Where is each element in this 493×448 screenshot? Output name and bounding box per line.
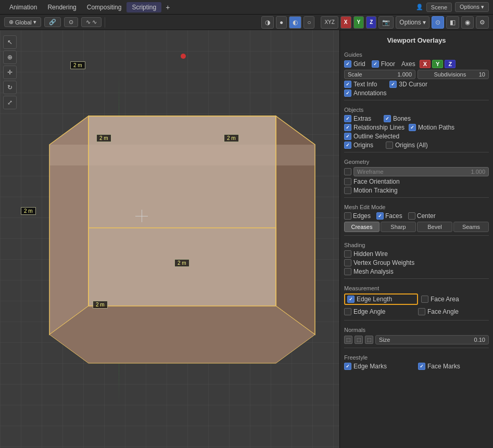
divider-7 — [344, 348, 489, 348]
normals-size-field[interactable]: Size 0.10 — [375, 335, 489, 344]
top-right-controls: 👤 Scene Options ▾ — [416, 2, 489, 12]
options-overlay-button[interactable]: Options ▾ — [396, 16, 429, 29]
scene-selector[interactable]: Scene — [426, 3, 452, 12]
subdivisions-label: Subdivisions — [434, 71, 466, 78]
viewport-gizmo-y[interactable]: Y — [353, 16, 364, 29]
menu-animation[interactable]: Animation — [4, 2, 42, 12]
origins-all-checkbox[interactable] — [386, 142, 393, 149]
annotations-row: Annotations — [344, 89, 489, 97]
render-preview-button[interactable]: ◉ — [461, 16, 474, 29]
proportional-edit-button[interactable]: ⊙ — [64, 17, 78, 27]
panel-title: Viewport Overlays — [344, 34, 489, 48]
normals-split-icon[interactable]: ⬚ — [355, 336, 363, 344]
viewport-3d[interactable]: 2 m 2 m 2 m 2 m 2 m 2 m ↖ ⊕ ✛ ↻ ⤢ — [0, 30, 339, 448]
center-label: Center — [417, 212, 436, 220]
3d-cursor — [135, 210, 148, 222]
scale-tool[interactable]: ⤢ — [3, 96, 17, 109]
viewport-controls: ◑ ● ◐ ○ XYZ X Y Z 📷 Options ▾ ⊙ ◧ ◉ ⚙ — [261, 16, 489, 29]
hidden-wire-checkbox[interactable] — [344, 250, 351, 258]
axis-y-button[interactable]: Y — [432, 60, 443, 68]
camera-button[interactable]: 📷 — [378, 16, 394, 29]
viewport-shading-solid[interactable]: ◐ — [289, 16, 301, 29]
3d-cursor-checkbox[interactable] — [389, 81, 397, 88]
select-tool[interactable]: ↖ — [3, 35, 17, 49]
divider-6 — [344, 320, 489, 321]
measure-label-6: 2 m — [93, 301, 108, 309]
text-info-checkbox[interactable] — [344, 81, 351, 88]
options-button[interactable]: Options ▾ — [455, 2, 489, 12]
sharp-tab[interactable]: Sharp — [381, 222, 416, 232]
menu-rendering[interactable]: Rendering — [42, 2, 81, 12]
edge-marks-checkbox[interactable] — [344, 363, 351, 370]
motion-tracking-checkbox[interactable] — [344, 187, 351, 194]
origins-checkbox[interactable] — [344, 142, 351, 149]
edge-angle-checkbox[interactable] — [344, 308, 351, 315]
annotations-checkbox[interactable] — [344, 89, 351, 97]
gizmo-button[interactable]: XYZ — [321, 16, 338, 29]
face-marks-checkbox[interactable] — [418, 363, 425, 370]
divider-2 — [344, 152, 489, 152]
center-checkbox[interactable] — [408, 212, 415, 220]
viewport-shading-wireframe[interactable]: ○ — [304, 16, 314, 29]
mesh-analysis-checkbox[interactable] — [344, 268, 351, 275]
wireframe-checkbox[interactable] — [344, 168, 351, 175]
normals-vertex-icon[interactable]: ⬚ — [344, 336, 352, 344]
measure-label-2: 2 m — [96, 134, 111, 142]
divider-4 — [344, 235, 489, 236]
face-area-checkbox[interactable] — [421, 296, 428, 303]
viewport-shading-rendered[interactable]: ◑ — [261, 16, 274, 29]
cursor-tool[interactable]: ⊕ — [3, 50, 17, 64]
move-tool[interactable]: ✛ — [3, 66, 17, 79]
grid-checkbox[interactable] — [344, 60, 351, 68]
menu-scripting[interactable]: Scripting — [127, 2, 161, 12]
bevel-tab[interactable]: Bevel — [417, 222, 452, 232]
svg-marker-3 — [49, 306, 315, 363]
rellines-motionpaths-row: Relationship Lines Motion Paths — [344, 124, 489, 131]
face-angle-checkbox[interactable] — [418, 308, 425, 315]
hidden-wire-row: Hidden Wire — [344, 250, 489, 258]
snap-button[interactable]: 🔗 — [44, 17, 61, 27]
face-orientation-row: Face Orientation — [344, 178, 489, 185]
edge-length-checkbox[interactable] — [347, 296, 355, 303]
scale-row: Scale 1.000 Subdivisions 10 — [344, 70, 489, 79]
scale-field[interactable]: Scale 1.000 — [344, 70, 415, 79]
menu-compositing[interactable]: Compositing — [82, 2, 127, 12]
vertex-group-weights-label: Vertex Group Weights — [353, 259, 414, 266]
modifier-button[interactable]: ∿ ∿ — [81, 17, 102, 27]
vertex-group-weights-checkbox[interactable] — [344, 259, 351, 266]
outline-selected-label: Outline Selected — [353, 133, 399, 140]
origins-row: Origins Origins (All) — [344, 142, 489, 149]
viewport-gizmo-x[interactable]: X — [340, 16, 351, 29]
floor-checkbox[interactable] — [372, 60, 379, 68]
viewport-shading-material[interactable]: ● — [276, 16, 287, 29]
viewport-gizmo-z[interactable]: Z — [366, 16, 376, 29]
relationship-lines-checkbox[interactable] — [344, 124, 351, 131]
viewport-overlay-button[interactable]: ⊙ — [432, 16, 444, 29]
motion-paths-checkbox[interactable] — [409, 124, 416, 131]
axis-x-button[interactable]: X — [420, 60, 431, 68]
svg-marker-5 — [49, 145, 315, 165]
seams-tab[interactable]: Seams — [453, 222, 489, 232]
bones-checkbox[interactable] — [384, 115, 391, 122]
mesh-analysis-label: Mesh Analysis — [353, 268, 394, 275]
face-orientation-label: Face Orientation — [353, 178, 400, 185]
transform-global-button[interactable]: ⊕ Global ▾ — [4, 17, 41, 27]
subdivisions-field[interactable]: Subdivisions 10 — [418, 70, 489, 79]
grid-row: Grid Floor Axes X Y Z — [344, 60, 489, 68]
svg-marker-0 — [89, 116, 276, 228]
edges-checkbox[interactable] — [344, 212, 351, 220]
cube-3d — [0, 30, 333, 446]
axis-z-button[interactable]: Z — [445, 60, 456, 68]
creases-tab[interactable]: Creases — [344, 222, 380, 232]
rotate-tool[interactable]: ↻ — [3, 81, 17, 94]
normals-face-icon[interactable]: ⬚ — [365, 336, 373, 344]
faces-checkbox[interactable] — [376, 212, 384, 220]
scale-label: Scale — [348, 71, 362, 78]
wireframe-field[interactable]: Wireframe 1.000 — [353, 167, 489, 176]
viewport-extra-button[interactable]: ⚙ — [476, 16, 489, 29]
extras-checkbox[interactable] — [344, 115, 351, 122]
add-workspace-button[interactable]: + — [161, 2, 174, 13]
compositor-button[interactable]: ◧ — [446, 16, 459, 29]
outline-selected-checkbox[interactable] — [344, 133, 351, 140]
face-orientation-checkbox[interactable] — [344, 178, 351, 185]
